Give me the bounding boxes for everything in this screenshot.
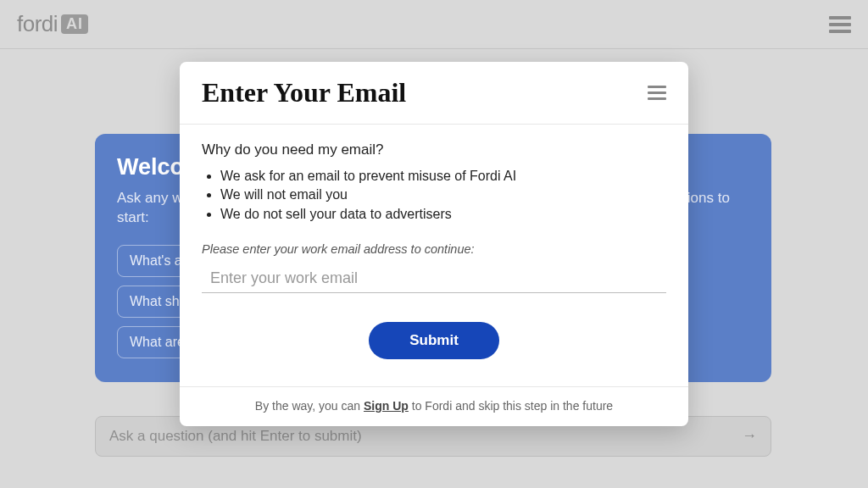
modal-menu-icon[interactable] (648, 86, 666, 100)
submit-button[interactable]: Submit (369, 322, 499, 359)
why-bullet: We do not sell your data to advertisers (220, 205, 666, 224)
modal-overlay: Enter Your Email Why do you need my emai… (0, 0, 868, 488)
email-modal: Enter Your Email Why do you need my emai… (180, 62, 688, 426)
why-heading: Why do you need my email? (202, 141, 666, 158)
modal-footer: By the way, you can Sign Up to Fordi and… (180, 386, 688, 426)
why-bullet: We will not email you (220, 186, 666, 204)
why-bullet: We ask for an email to prevent misuse of… (220, 167, 666, 186)
modal-body: Why do you need my email? We ask for an … (180, 125, 688, 386)
email-input[interactable] (202, 264, 666, 293)
modal-title: Enter Your Email (202, 77, 406, 108)
signup-link[interactable]: Sign Up (364, 399, 409, 413)
why-list: We ask for an email to prevent misuse of… (202, 167, 666, 224)
modal-header: Enter Your Email (180, 62, 688, 125)
instruction-text: Please enter your work email address to … (202, 242, 666, 256)
footer-prefix: By the way, you can (255, 399, 364, 413)
footer-suffix: to Fordi and skip this step in the futur… (409, 399, 613, 413)
